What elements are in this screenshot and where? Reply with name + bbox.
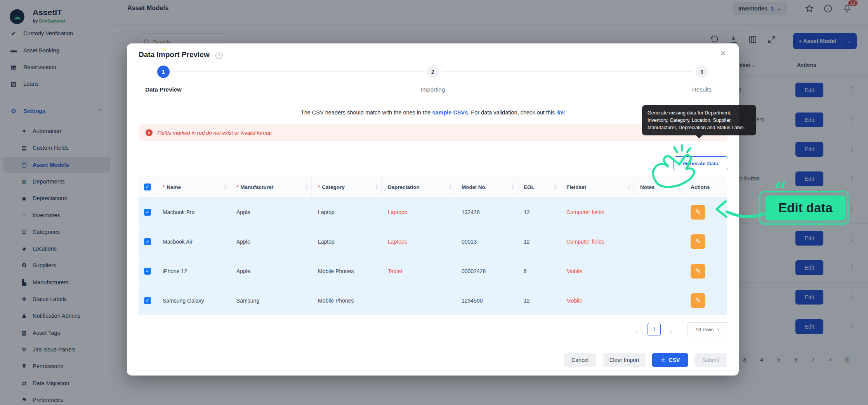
row-edit-button[interactable]: ✎ — [691, 293, 705, 308]
sort-icon[interactable]: ▴▾ — [450, 184, 451, 190]
cell-eol: 12 — [517, 227, 560, 256]
app-root: ☁ AssetIT by DevSamurai ✔Custody Verific… — [0, 0, 868, 405]
step-connector — [442, 71, 693, 72]
row-checkbox[interactable]: ✓ — [144, 297, 151, 304]
download-icon — [660, 357, 666, 363]
sort-down-icon: ▾ — [512, 187, 513, 190]
pencil-icon: ✎ — [695, 237, 701, 246]
pencil-icon: ✎ — [695, 267, 701, 275]
column-header-fieldset: Fieldset▴▾ — [560, 177, 634, 197]
column-header-label: Depreciation — [388, 184, 420, 190]
cell-depreciation — [382, 286, 455, 315]
cell-category: Mobile Phones — [312, 286, 382, 315]
cell-actions: ✎ — [684, 256, 727, 286]
sort-icon[interactable]: ▴▾ — [306, 184, 307, 190]
csv-download-button[interactable]: CSV — [652, 353, 688, 367]
prev-page-icon[interactable]: ‹ — [635, 327, 638, 335]
table-row: ✓Macbook ProAppleLaptopLaptops13242812Co… — [139, 197, 727, 227]
cell-eol: 6 — [517, 256, 560, 286]
cell-name: Samsung Galaxy — [156, 286, 230, 315]
import-preview-table: ✓*Name▴▾*Manufacturer▴▾*Category▴▾Deprec… — [139, 177, 727, 315]
step-circle-3: 3 — [696, 66, 708, 78]
step-circle-2: 2 — [427, 66, 439, 78]
column-header-depreciation: Depreciation▴▾ — [382, 177, 455, 197]
row-edit-button[interactable]: ✎ — [691, 234, 705, 249]
column-header-label: Category — [322, 184, 345, 190]
modal-title: Data Import Preview — [139, 50, 210, 59]
sort-icon[interactable]: ▴▾ — [224, 184, 226, 190]
cell-depreciation: Tablet — [382, 256, 455, 286]
pencil-icon: ✎ — [695, 296, 701, 305]
row-checkbox-cell: ✓ — [139, 256, 156, 286]
cell-actions: ✎ — [684, 286, 727, 315]
sort-icon[interactable]: ▴▾ — [628, 184, 630, 190]
column-header-eol: EOL▴▾ — [517, 177, 560, 197]
sample-csvs-link[interactable]: sample CSVs — [432, 109, 468, 116]
sort-down-icon: ▾ — [679, 187, 680, 190]
row-edit-button[interactable]: ✎ — [691, 205, 705, 220]
error-banner: ✕ Fields marked in red do not exist or i… — [139, 124, 727, 141]
sort-down-icon: ▾ — [376, 187, 377, 190]
cell-model-no: 00013 — [455, 227, 517, 256]
sort-icon[interactable]: ▴▾ — [679, 184, 680, 190]
rows-per-page-value: 10 rows — [695, 327, 713, 332]
step-label-1: Data Preview — [145, 86, 181, 93]
table-header-row: ✓*Name▴▾*Manufacturer▴▾*Category▴▾Deprec… — [139, 177, 727, 197]
generate-data-button[interactable]: Generate Data — [673, 156, 728, 170]
row-checkbox[interactable]: ✓ — [144, 268, 151, 275]
sort-icon[interactable]: ▴▾ — [554, 184, 556, 190]
cell-actions: ✎ — [684, 227, 727, 256]
sort-down-icon: ▾ — [450, 187, 451, 190]
step-connector — [173, 71, 424, 72]
column-header-manufacturer: *Manufacturer▴▾ — [230, 177, 312, 197]
next-page-icon[interactable]: › — [670, 327, 672, 335]
submit-button[interactable]: Submit — [694, 353, 727, 367]
sort-icon[interactable]: ▴▾ — [512, 184, 513, 190]
cell-name: Macbook Air — [156, 227, 230, 256]
sort-down-icon: ▾ — [554, 187, 556, 190]
sort-icon[interactable]: ▴▾ — [376, 184, 377, 190]
cancel-button[interactable]: Cancel — [564, 353, 596, 367]
cell-notes — [634, 227, 684, 256]
row-checkbox-cell: ✓ — [139, 197, 156, 227]
cell-eol: 12 — [517, 286, 560, 315]
cell-manufacturer: Apple — [230, 197, 312, 227]
close-quote-decoration: ” — [812, 213, 825, 235]
header-checkbox-cell: ✓ — [139, 177, 156, 197]
cell-manufacturer: Samsung — [230, 286, 312, 315]
row-edit-button[interactable]: ✎ — [691, 264, 705, 279]
cell-name: iPhone 12 — [156, 256, 230, 286]
row-checkbox[interactable]: ✓ — [144, 238, 151, 245]
sort-down-icon: ▾ — [628, 187, 630, 190]
validation-link[interactable]: link — [556, 109, 565, 116]
cell-category: Laptop — [312, 197, 382, 227]
column-header-name: *Name▴▾ — [156, 177, 230, 197]
table-row: ✓Samsung GalaxySamsungMobile Phones12345… — [139, 286, 727, 315]
generate-data-tooltip: Generate missing data for Department, In… — [642, 105, 756, 135]
column-header-model-no-: Model No.▴▾ — [455, 177, 517, 197]
column-header-label: Name — [167, 184, 181, 190]
tooltip-text: Generate missing data for Department, In… — [648, 110, 745, 130]
page-number-button[interactable]: 1 — [648, 323, 661, 336]
help-icon[interactable]: ? — [215, 52, 223, 59]
cell-manufacturer: Apple — [230, 227, 312, 256]
close-icon[interactable]: ✕ — [720, 49, 726, 58]
row-checkbox[interactable]: ✓ — [144, 209, 151, 216]
chevron-down-icon: ∨ — [717, 327, 720, 332]
table-row: ✓iPhone 12AppleMobile PhonesTablet000024… — [139, 256, 727, 286]
column-header-actions: Actions — [684, 177, 727, 197]
open-quote-decoration: “ — [774, 179, 787, 202]
column-header-label: Manufacturer — [240, 184, 274, 190]
select-all-checkbox[interactable]: ✓ — [144, 183, 151, 190]
required-asterisk: * — [236, 184, 238, 190]
step-label-2: Importing — [421, 86, 445, 93]
clear-import-button[interactable]: Clear Import — [603, 353, 646, 367]
data-import-preview-modal: Data Import Preview ? ✕ 1Data Preview2Im… — [127, 43, 739, 376]
cell-actions: ✎ — [684, 197, 727, 227]
row-checkbox-cell: ✓ — [139, 227, 156, 256]
cell-eol: 12 — [517, 197, 560, 227]
column-header-label: EOL — [524, 184, 535, 190]
cell-model-no: 1234500 — [455, 286, 517, 315]
cell-manufacturer: Apple — [230, 256, 312, 286]
rows-per-page-select[interactable]: 10 rows ∨ — [687, 322, 728, 336]
